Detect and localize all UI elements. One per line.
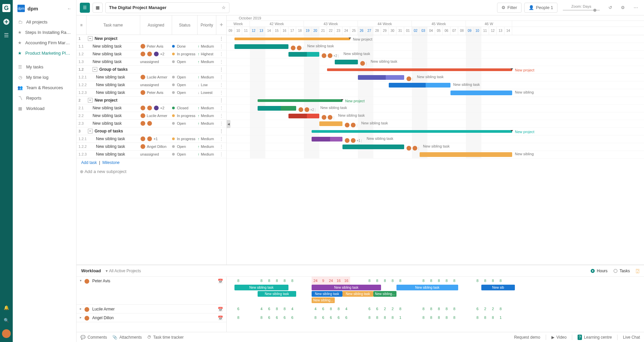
sidebar-starred-project[interactable]: ★Product Marketing Plan Te... [13, 48, 76, 58]
workload-bar[interactable]: New sibling task [396, 285, 458, 290]
sidebar-all-projects[interactable]: 🗀 All projects [13, 17, 76, 27]
timeline-row[interactable]: New sibling task | [227, 112, 644, 120]
calendar-icon[interactable]: 📅 [218, 316, 223, 321]
task-row[interactable]: 2.1New sibling task+2Closed↑Medium⋮ [76, 104, 226, 112]
timeline-row[interactable]: New project [227, 35, 644, 43]
row-menu-icon[interactable]: ⋮ [216, 44, 226, 49]
workload-person-row[interactable]: ▸Lucile Armer📅 [76, 305, 226, 314]
more-icon[interactable]: ⋯ [631, 3, 641, 13]
timeline-row[interactable]: New sibling task | [227, 43, 644, 51]
timeline-row[interactable]: New sibling [227, 89, 644, 97]
gantt-bar[interactable]: New sibling task+2 | [258, 106, 296, 111]
row-menu-icon[interactable]: ⋮ [216, 106, 226, 110]
task-row[interactable]: 1.2.3New sibling taskPeter AvisOpen↓Lowe… [76, 89, 226, 97]
row-menu-icon[interactable]: ⋮ [216, 90, 226, 95]
learning-link[interactable]: ? Learning centre [578, 335, 612, 340]
gantt-bar[interactable]: New sibling task | [288, 114, 319, 118]
timeline-row[interactable]: New sibling task+2 | [227, 51, 644, 58]
task-group-row[interactable]: 1.2−Group of tasks⋮ [76, 66, 226, 73]
sidebar-nav-item[interactable]: 〽Reports [13, 93, 76, 103]
timeline-row[interactable]: New sibling task+2 | [227, 105, 644, 112]
row-menu-icon[interactable]: ⋮ [216, 152, 226, 157]
timeline-row[interactable]: New sibling task | [227, 74, 644, 81]
row-menu-icon[interactable]: ⋮ [216, 129, 226, 133]
workload-bar[interactable]: New sibling task [234, 285, 288, 290]
col-assigned[interactable]: Assigned [140, 15, 172, 35]
gantt-bar[interactable]: New sibling [450, 91, 512, 95]
gantt-bar[interactable]: New project [234, 38, 350, 40]
gantt-view-button[interactable]: ☰ [80, 3, 90, 13]
row-menu-icon[interactable]: ⋮ [216, 121, 226, 126]
gantt-bar[interactable]: New sibling task | [358, 75, 404, 80]
add-task-link[interactable]: Add task [81, 160, 97, 165]
gantt-bar[interactable]: New project [327, 68, 512, 71]
task-group-row[interactable]: 2−New project⋮ [76, 97, 226, 104]
workload-bar[interactable]: New sibling... [312, 297, 335, 303]
task-row[interactable]: 1.3New sibling taskunassignedOpen↑Medium… [76, 58, 226, 66]
timeline-row[interactable]: New project [227, 97, 644, 105]
sidebar-nav-item[interactable]: ◷My time log [13, 72, 76, 82]
workload-bar[interactable]: New sibling task [312, 291, 342, 297]
timeline[interactable]: ◀ October 2019 Week42 Week43 Week44 Week… [227, 15, 644, 265]
workload-bar[interactable]: New sibling... [373, 291, 396, 297]
time-tracker-button[interactable]: ⏱ Task time tracker [147, 335, 184, 340]
workload-bar[interactable]: New sib [481, 285, 515, 290]
timeline-row[interactable]: New project [227, 66, 644, 74]
settings-icon[interactable]: ⚙ [618, 3, 628, 13]
task-row[interactable]: 1.2.1New sibling task+1In progress↑Mediu… [76, 135, 226, 143]
workload-bar[interactable]: New sibling task [258, 291, 296, 297]
col-status[interactable]: Status [172, 15, 198, 35]
task-group-row[interactable]: 1−New project⋮ [76, 35, 226, 43]
row-menu-icon[interactable]: ⋮ [216, 67, 226, 72]
task-row[interactable]: 1.1New sibling taskPeter AvisDone↑Medium… [76, 43, 226, 50]
people-button[interactable]: 👤People 1 [524, 3, 557, 13]
calendar-icon[interactable]: 📅 [218, 279, 223, 284]
search-icon[interactable]: 🔍 [3, 317, 10, 324]
attachments-button[interactable]: 📎 Attachments [112, 335, 142, 340]
gantt-bar[interactable]: New sibling task | [319, 121, 342, 126]
task-row[interactable]: 1.2.3New sibling taskunassignedOpen↑Medi… [76, 151, 226, 158]
sidebar-starred-project[interactable]: ★Steps In Installing Rack Mo... [13, 27, 76, 38]
collapse-toggle[interactable]: − [93, 67, 97, 72]
col-priority[interactable]: Priority [198, 15, 216, 35]
add-icon[interactable] [3, 18, 10, 25]
user-avatar[interactable] [2, 329, 11, 338]
workload-filter-dropdown[interactable]: ▾ All Active Projects [106, 269, 141, 273]
collapse-grid-handle[interactable]: ◀ [227, 120, 230, 128]
task-row[interactable]: 1.2.2New sibling taskunassignedOpen↓Low⋮ [76, 81, 226, 89]
gantt-bar[interactable]: New sibling [420, 152, 512, 157]
row-menu-icon[interactable]: ⋮ [216, 144, 226, 149]
workload-person-row[interactable]: ▾Peter Avis📅 [76, 277, 226, 305]
workload-bar[interactable]: New sibling task [342, 291, 373, 297]
row-menu-icon[interactable]: ⋮ [216, 52, 226, 56]
row-menu-icon[interactable]: ⋮ [216, 36, 226, 41]
workload-hours-radio[interactable]: Hours [591, 269, 607, 273]
task-row[interactable]: 1.2.2New sibling taskAngel DillonOpen↑Me… [76, 143, 226, 151]
add-subproject-button[interactable]: ⊕ Add a new subproject [76, 167, 226, 176]
filter-button[interactable]: ⚙Filter [497, 3, 522, 13]
project-title-input[interactable]: The Digital Project Manager ☆ [105, 2, 229, 13]
workload-bar[interactable]: New sibling task [312, 285, 381, 290]
workload-person-row[interactable]: ▸Angel Dillon📅 [76, 314, 226, 322]
add-column-button[interactable]: + [216, 15, 226, 35]
task-row[interactable]: 2.2New sibling taskLucile ArmerIn progre… [76, 112, 226, 120]
collapse-toggle[interactable]: − [88, 98, 93, 103]
menu-icon[interactable] [3, 32, 10, 39]
chevron-icon[interactable]: ▾ [80, 279, 82, 282]
sidebar-nav-item[interactable]: ☰My tasks [13, 62, 76, 72]
row-menu-icon[interactable]: ⋮ [216, 113, 226, 118]
timeline-row[interactable]: New sibling task | [227, 58, 644, 66]
collapse-toggle[interactable]: − [88, 36, 93, 41]
row-menu-icon[interactable]: ⋮ [216, 75, 226, 79]
gantt-bar[interactable]: New sibling task | [335, 60, 358, 64]
comments-button[interactable]: 💬 Comments [80, 335, 107, 340]
workload-tasks-radio[interactable]: Tasks [613, 269, 630, 273]
timeline-row[interactable]: New sibling task | [227, 143, 644, 151]
video-link[interactable]: ▶ Video [551, 335, 567, 340]
gantt-bar[interactable]: New project [312, 130, 512, 133]
gantt-bar[interactable]: New sibling task | [342, 145, 404, 149]
bell-icon[interactable]: 🔔 [3, 304, 10, 311]
task-row[interactable]: 1.2.1New sibling taskLucile ArmerOpen↑Me… [76, 73, 226, 81]
sidebar-starred-project[interactable]: ★Accounting Firm Marketing... [13, 38, 76, 48]
task-group-row[interactable]: 3−Group of tasks⋮ [76, 127, 226, 135]
